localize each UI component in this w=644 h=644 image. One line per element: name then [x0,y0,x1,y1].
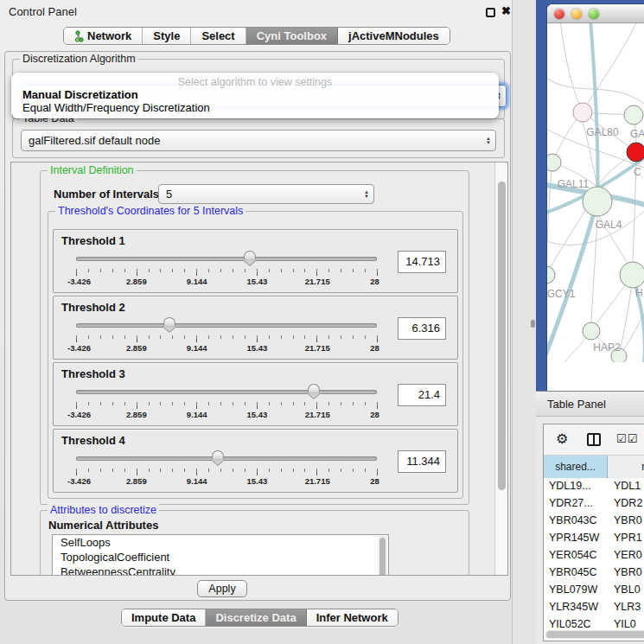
table-row[interactable]: YER054C YER0 [544,547,644,564]
table-row[interactable]: YPR145W YPR1 [544,530,644,547]
slider-track[interactable] [76,456,377,461]
threshold-value-field[interactable]: 14.713 [398,251,446,273]
columns-icon[interactable] [587,433,601,446]
divider-handle-icon[interactable] [531,320,535,328]
network-node[interactable] [583,322,600,340]
threshold-value-field[interactable]: 6.316 [398,317,446,340]
table-panel-title: Table Panel [547,398,606,411]
tick-label: -3.426 [67,476,91,486]
table-horizontal-scrollbar[interactable] [545,630,644,639]
network-canvas[interactable]: GAL80GACGAL11GAL4GCY1HHAP2 [547,23,644,362]
network-node[interactable] [583,187,612,216]
tab-jactivemnodules[interactable]: jActiveMNodules [338,28,450,44]
cell-name: YBR0 [614,566,642,578]
attributes-scrollbar[interactable] [378,536,387,576]
threshold-slider[interactable] [76,381,377,404]
table-row[interactable]: YBR043C YBR0 [544,513,644,530]
slider-minor-ticks [76,269,378,272]
tab-style-label: Style [153,29,180,42]
slider-minor-ticks [76,469,378,472]
slider-thumb[interactable] [308,384,320,392]
algorithm-option-equal-width[interactable]: Equal Width/Frequency Discretization [11,101,499,114]
network-node[interactable] [573,103,592,122]
cell-name: YLR3 [614,601,641,613]
tick-label: 9.144 [187,410,207,419]
slider-track[interactable] [76,323,377,328]
table-row[interactable]: YBL079W YBL0 [544,582,644,599]
network-window-titlebar[interactable] [547,4,644,23]
table-row[interactable]: YDR27... YDR2 [544,495,644,513]
network-node[interactable] [547,154,561,171]
network-node[interactable] [624,105,643,124]
attributes-legend: Attributes to discretize [48,504,159,516]
slider-thumb[interactable] [163,317,175,326]
tab-impute-data[interactable]: Impute Data [122,609,206,626]
select-columns-checkboxes-icon[interactable]: ☑☑ [616,432,638,445]
table-toolbar: ⚙ ☑☑ [544,424,644,456]
gear-icon[interactable]: ⚙ [556,430,568,447]
threshold-panel: Threshold 1 -3.426 2.859 9.144 15.43 21.… [53,229,458,293]
table-row[interactable]: YLR345W YLR3 [544,599,644,616]
split-pane-divider[interactable] [513,0,536,644]
float-window-icon[interactable] [486,8,495,17]
tick-label: 28 [370,277,379,286]
slider-thumb[interactable] [244,251,256,259]
cell-name: YER0 [614,549,642,561]
cell-shared-name: YBR045C [549,566,597,578]
threshold-value-field[interactable]: 21.4 [398,384,446,406]
slider-tick-labels: -3.426 2.859 9.144 15.43 21.715 28 [76,343,378,354]
tab-impute-data-label: Impute Data [131,611,195,624]
threshold-slider[interactable] [76,448,377,470]
list-item[interactable]: BetweennessCentrality [53,564,388,576]
table-row[interactable]: YDL19... YDL1 [544,478,644,495]
network-graph: GAL80GACGAL11GAL4GCY1HHAP2 [547,23,644,362]
network-node[interactable] [547,266,555,284]
minimize-traffic-light-icon[interactable] [571,9,582,19]
column-header-shared-name[interactable]: shared... [544,456,608,478]
discretization-algorithm-legend: Discretization Algorithm [20,53,138,65]
close-icon[interactable]: ✖ [501,4,511,17]
tick-label: 21.715 [305,343,330,353]
tab-infer-network-label: Infer Network [316,611,388,624]
stepper-icon: ▲▼ [364,190,369,199]
list-item[interactable]: SelfLoops [53,535,388,550]
zoom-traffic-light-icon[interactable] [589,9,599,19]
interval-definition-group: Interval Definition Number of Intervals … [40,170,469,505]
tick-label: -3.426 [67,410,91,419]
tick-label: 28 [370,410,379,419]
tab-select[interactable]: Select [191,28,245,44]
tab-style[interactable]: Style [143,28,191,44]
numerical-attributes-list[interactable]: SelfLoops TopologicalCoefficient Between… [52,534,389,576]
threshold-value-field[interactable]: 11.344 [398,450,446,473]
list-item[interactable]: TopologicalCoefficient [53,550,388,564]
apply-button[interactable]: Apply [197,580,247,597]
table-data-select[interactable]: galFiltered.sif default node ▲▼ [21,130,496,151]
tab-discretize-data[interactable]: Discretize Data [206,609,306,626]
slider-track[interactable] [76,390,377,394]
tab-infer-network[interactable]: Infer Network [307,609,398,626]
table-row[interactable]: YBR045C YBR0 [544,564,644,582]
interval-definition-legend: Interval Definition [48,164,137,176]
stepper-icon: ▲▼ [486,137,491,145]
network-view-window: GAL80GACGAL11GAL4GCY1HHAP2 [547,4,644,392]
tick-label: 2.859 [126,277,147,286]
tab-cyni-toolbox[interactable]: Cyni Toolbox [246,28,338,44]
table-panel: ⚙ ☑☑ shared... na YDL19... YDL1 YDR27...… [536,418,644,644]
tab-network[interactable]: Network [64,28,143,44]
algorithm-option-manual[interactable]: Manual Discretization [11,88,499,101]
thresholds-legend: Threshold's Coordinates for 5 Intervals [55,205,245,217]
tick-label: -3.426 [67,277,91,286]
slider-track[interactable] [76,257,377,261]
close-traffic-light-icon[interactable] [554,9,564,19]
network-node[interactable] [620,262,644,288]
desktop-background: GAL80GACGAL11GAL4GCY1HHAP2 [536,0,644,392]
settings-vertical-scrollbar[interactable] [494,163,507,576]
slider-thumb[interactable] [212,450,224,459]
threshold-slider[interactable] [76,315,377,337]
table-header-row: shared... na [544,456,644,478]
number-of-intervals-select[interactable]: 5 ▲▼ [158,184,374,204]
column-header-name[interactable]: na [609,456,644,478]
threshold-slider[interactable] [76,248,377,271]
network-node[interactable] [627,143,644,162]
tick-label: 9.144 [187,476,207,486]
